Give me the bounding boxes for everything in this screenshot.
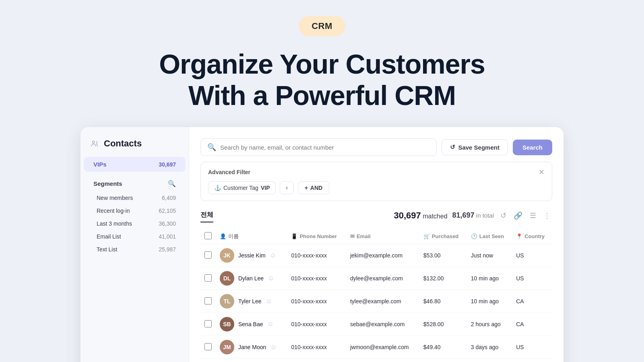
- table-body: JK Jessie Kim ☺ 010-xxxx-xxxx jekim@exam…: [200, 244, 552, 362]
- hero-section: Organize Your Customers With a Powerful …: [159, 48, 485, 111]
- col-phone: 📱 Phone Number: [287, 229, 346, 244]
- last-seen-cell: 10 min ago: [467, 267, 512, 290]
- contact-name: Dylan Lee: [238, 275, 264, 282]
- filter-label: Advanced Filter: [208, 169, 250, 175]
- row-checkbox[interactable]: [204, 320, 212, 327]
- hero-title: Organize Your Customers With a Powerful …: [159, 48, 485, 111]
- sidebar-item[interactable]: Email List41,001: [84, 230, 186, 243]
- avatar: DL: [220, 271, 234, 286]
- avatar: JM: [220, 340, 234, 354]
- col-last-seen: 🕐 Last Seen: [467, 229, 512, 244]
- email-cell: tylee@example.com: [346, 290, 419, 313]
- matched-stats: 30,697 matched: [394, 210, 447, 221]
- filter-close-icon[interactable]: ✕: [539, 168, 545, 177]
- avatar: SB: [220, 317, 234, 331]
- email-cell: jekim@example.com: [346, 244, 419, 267]
- vips-count: 30,697: [159, 161, 176, 168]
- email-cell: jwmoon@example.com: [346, 336, 419, 359]
- last-seen-cell: 2 hours ago: [467, 313, 512, 336]
- chat-icon[interactable]: ☺: [266, 298, 272, 305]
- row-checkbox[interactable]: [204, 343, 212, 350]
- main-content: 🔍 ↺ Save Segment Search Advanced Filter …: [189, 127, 564, 362]
- chat-icon[interactable]: ☺: [270, 252, 276, 259]
- avatar: JK: [220, 248, 234, 263]
- search-input-wrap[interactable]: 🔍: [200, 138, 437, 156]
- search-icon: 🔍: [207, 143, 216, 152]
- tag-value: VIP: [261, 185, 270, 191]
- purchased-cell: $46.80: [419, 290, 467, 313]
- row-checkbox[interactable]: [204, 251, 212, 259]
- segments-header: Segments 🔍: [84, 176, 186, 191]
- phone-cell: 010-xxxx-xxxx: [287, 359, 346, 362]
- phone-cell: 010-xxxx-xxxx: [287, 313, 346, 336]
- table-header: 👤 이름 📱 Phone Number ✉: [200, 229, 552, 244]
- table-row[interactable]: JK Jessie Kim ☺ 010-xxxx-xxxx jekim@exam…: [200, 244, 552, 267]
- table-row[interactable]: TL Tyler Lee ☺ 010-xxxx-xxxx tylee@examp…: [200, 290, 552, 313]
- row-checkbox[interactable]: [204, 297, 212, 304]
- purchased-cell: $528.00: [419, 313, 467, 336]
- save-segment-button[interactable]: ↺ Save Segment: [442, 139, 508, 155]
- location-icon: 📍: [516, 233, 522, 239]
- table-row[interactable]: SB Sena Bae ☺ 010-xxxx-xxxx sebae@exampl…: [200, 313, 552, 336]
- segment-list: New members6,409Recent log-in62,105Last …: [80, 191, 189, 256]
- total-stats: 81,697 in total: [452, 211, 494, 220]
- phone-cell: 010-xxxx-xxxx: [287, 267, 346, 290]
- phone-cell: 010-xxxx-xxxx: [287, 336, 346, 359]
- chat-icon[interactable]: ☺: [270, 343, 277, 351]
- refresh-icon[interactable]: ↺: [499, 210, 508, 222]
- tag-icon: ⚓: [214, 185, 221, 191]
- contacts-icon: [90, 139, 99, 148]
- last-seen-cell: Just now: [467, 244, 512, 267]
- sidebar-item[interactable]: Text List25,987: [84, 243, 186, 256]
- contacts-table: 👤 이름 📱 Phone Number ✉: [200, 229, 552, 362]
- country-cell: KR: [512, 359, 552, 362]
- col-email: ✉ Email: [346, 229, 419, 244]
- select-all-checkbox[interactable]: [204, 232, 212, 239]
- search-input[interactable]: [220, 144, 430, 151]
- all-tab[interactable]: 전체: [200, 208, 213, 222]
- advanced-filter: Advanced Filter ✕ ⚓ Customer Tag VIP + +…: [200, 162, 552, 201]
- country-cell: US: [512, 336, 552, 359]
- customer-tag-filter[interactable]: ⚓ Customer Tag VIP: [208, 181, 276, 194]
- name-cell: SB Sena Bae ☺: [220, 317, 283, 331]
- and-plus-icon: +: [305, 185, 308, 191]
- and-label: AND: [310, 185, 322, 191]
- sidebar-header: Contacts: [80, 138, 189, 157]
- more-icon[interactable]: ⋮: [542, 210, 552, 222]
- segments-title: Segments: [93, 180, 122, 187]
- segments-search-icon[interactable]: 🔍: [168, 180, 176, 187]
- table-row[interactable]: JM Jane Moon ☺ 010-xxxx-xxxx jwmoon@exam…: [200, 336, 552, 359]
- country-cell: US: [512, 267, 552, 290]
- chat-icon[interactable]: ☺: [267, 321, 274, 328]
- email-cell: sebae@example.com: [346, 313, 419, 336]
- chat-icon[interactable]: ☺: [268, 275, 274, 282]
- country-cell: CA: [512, 290, 552, 313]
- table-row[interactable]: HO Hayley Oh ☺ 010-xxxx-xxxx hyoh@exampl…: [200, 359, 552, 362]
- table-row[interactable]: DL Dylan Lee ☺ 010-xxxx-xxxx dylee@examp…: [200, 267, 552, 290]
- sidebar: Contacts VIPs 30,697 Segments 🔍 New memb…: [80, 127, 189, 362]
- stats-row: 전체 30,697 matched 81,697 in total ↺ 🔗 ☰ …: [200, 208, 552, 222]
- row-checkbox[interactable]: [204, 274, 212, 282]
- search-button[interactable]: Search: [513, 140, 552, 155]
- link-icon[interactable]: 🔗: [512, 210, 524, 222]
- contact-name: Sena Bae: [238, 321, 263, 327]
- name-cell: JK Jessie Kim ☺: [220, 248, 283, 263]
- clock-icon: 🕐: [471, 233, 477, 239]
- col-name: 👤 이름: [216, 229, 287, 244]
- filter-and-button[interactable]: + AND: [298, 181, 330, 194]
- contact-name: Jane Moon: [238, 344, 266, 350]
- email-cell: dylee@example.com: [346, 267, 419, 290]
- sidebar-item[interactable]: Last 3 months36,300: [84, 217, 186, 230]
- vips-label: VIPs: [93, 161, 107, 168]
- sidebar-item[interactable]: New members6,409: [84, 191, 186, 204]
- filter-icon[interactable]: ☰: [528, 210, 538, 222]
- phone-cell: 010-xxxx-xxxx: [287, 290, 346, 313]
- app-panel: Contacts VIPs 30,697 Segments 🔍 New memb…: [80, 127, 564, 362]
- svg-point-0: [93, 141, 95, 144]
- crm-badge: CRM: [299, 16, 345, 36]
- country-cell: US: [512, 244, 552, 267]
- sidebar-item-vips[interactable]: VIPs 30,697: [84, 157, 186, 172]
- avatar: TL: [220, 294, 234, 309]
- sidebar-item[interactable]: Recent log-in62,105: [84, 204, 186, 217]
- filter-add-button[interactable]: +: [280, 181, 293, 194]
